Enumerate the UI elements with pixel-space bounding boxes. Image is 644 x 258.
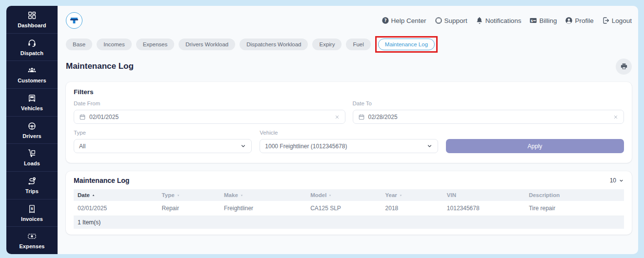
tab-expiry[interactable]: Expiry bbox=[312, 39, 342, 50]
tab-incomes[interactable]: Incomes bbox=[97, 39, 131, 50]
sidebar-item-label: Customers bbox=[18, 78, 46, 83]
type-label: Type bbox=[74, 130, 252, 136]
loads-icon bbox=[27, 149, 37, 158]
title-row: Maintenance Log bbox=[66, 58, 632, 75]
date-to-field-group: Date To 02/28/2025 bbox=[353, 100, 624, 124]
table-row[interactable]: 02/01/2025RepairFreightlinerCA125 SLP201… bbox=[74, 201, 624, 216]
table-footer-row: 1 Item(s) bbox=[74, 216, 624, 229]
header-link-label: Profile bbox=[575, 17, 593, 24]
help-circle-icon: ? bbox=[382, 17, 389, 24]
app-window: DashboardDispatchCustomersVehiclesDriver… bbox=[6, 6, 638, 254]
header-link-billing[interactable]: $Billing bbox=[529, 17, 557, 24]
table-wrap: DateTypeMakeModelYearVINDescription 02/0… bbox=[74, 189, 624, 229]
sidebar-item-expenses[interactable]: Expenses bbox=[6, 226, 58, 254]
vehicle-label: Vehicle bbox=[260, 130, 438, 136]
filters-title: Filters bbox=[74, 88, 624, 96]
sidebar-item-dashboard[interactable]: Dashboard bbox=[6, 6, 58, 33]
truck-t-logo-icon bbox=[68, 15, 80, 26]
header-link-label: Logout bbox=[612, 17, 632, 24]
column-header-date[interactable]: Date bbox=[74, 189, 158, 201]
sidebar-item-vehicles[interactable]: Vehicles bbox=[6, 88, 58, 116]
date-from-field-group: Date From 02/01/2025 bbox=[74, 100, 345, 124]
header-links: ?Help CenterSupportNotifications$Billing… bbox=[382, 17, 632, 24]
svg-text:$: $ bbox=[31, 206, 33, 210]
dashboard-icon bbox=[27, 11, 37, 20]
sidebar-item-label: Dashboard bbox=[18, 22, 46, 28]
date-to-input[interactable]: 02/28/2025 bbox=[353, 110, 624, 124]
tab-fuel[interactable]: Fuel bbox=[346, 39, 370, 50]
print-button[interactable] bbox=[616, 59, 632, 75]
sidebar-item-label: Dispatch bbox=[20, 50, 43, 56]
header-link-profile[interactable]: Profile bbox=[565, 17, 593, 24]
header-link-notifications[interactable]: Notifications bbox=[476, 17, 522, 24]
sidebar-item-label: Trips bbox=[25, 188, 39, 194]
support-icon bbox=[435, 17, 443, 24]
table-cell: CA125 SLP bbox=[306, 201, 381, 216]
header-link-logout[interactable]: Logout bbox=[602, 17, 632, 24]
column-header-year[interactable]: Year bbox=[382, 189, 443, 201]
item-count: 1 Item(s) bbox=[74, 216, 624, 229]
date-from-input[interactable]: 02/01/2025 bbox=[74, 110, 345, 124]
column-header-description[interactable]: Description bbox=[525, 189, 624, 201]
tab-maintenance-log[interactable]: Maintenance Log bbox=[378, 39, 435, 50]
sidebar: DashboardDispatchCustomersVehiclesDriver… bbox=[6, 6, 58, 254]
sidebar-item-label: Invoices bbox=[21, 216, 43, 222]
sidebar-item-loads[interactable]: Loads bbox=[6, 143, 58, 171]
chevron-down-icon bbox=[240, 143, 246, 149]
header-link-support[interactable]: Support bbox=[435, 17, 467, 24]
date-to-label: Date To bbox=[353, 100, 624, 106]
tabs-row: BaseIncomesExpensesDrivers WorkloadDispa… bbox=[66, 35, 632, 54]
tab-drivers-workload[interactable]: Drivers Workload bbox=[179, 39, 235, 50]
tab-dispatchers-workload[interactable]: Dispatchers Workload bbox=[240, 39, 308, 50]
sidebar-item-drivers[interactable]: Drivers bbox=[6, 116, 58, 144]
filters-card: Filters Date From 02/01/2025 bbox=[66, 82, 632, 163]
sidebar-item-invoices[interactable]: $Invoices bbox=[6, 199, 58, 227]
filters-date-row: Date From 02/01/2025 bbox=[74, 100, 624, 124]
date-to-value: 02/28/2025 bbox=[368, 114, 610, 120]
vehicle-field-group: Vehicle 1000 Freightliner (1012345678) bbox=[260, 130, 438, 153]
apply-button[interactable]: Apply bbox=[446, 139, 624, 153]
table-cell: Tire repair bbox=[525, 201, 624, 216]
tab-base[interactable]: Base bbox=[66, 39, 92, 50]
sort-asc-icon bbox=[91, 193, 96, 198]
sort-desc-icon bbox=[399, 193, 403, 198]
invoices-icon: $ bbox=[27, 204, 37, 214]
chevron-down-icon bbox=[426, 143, 433, 149]
page-title: Maintenance Log bbox=[66, 61, 134, 71]
sidebar-item-label: Expenses bbox=[19, 243, 44, 249]
drivers-icon bbox=[27, 121, 37, 131]
table-header-row: DateTypeMakeModelYearVINDescription bbox=[74, 189, 624, 201]
app-logo[interactable] bbox=[66, 12, 82, 29]
sidebar-item-trips[interactable]: Trips bbox=[6, 171, 58, 199]
customers-icon bbox=[27, 66, 37, 75]
annotation-highlight-box: Maintenance Log bbox=[375, 36, 438, 53]
date-from-value: 02/01/2025 bbox=[89, 114, 331, 120]
clear-date-to-icon[interactable] bbox=[613, 114, 619, 120]
header-link-label: Support bbox=[444, 17, 467, 24]
table-cell: 1012345678 bbox=[443, 201, 525, 216]
date-from-label: Date From bbox=[74, 100, 345, 106]
tab-expenses[interactable]: Expenses bbox=[136, 39, 175, 50]
vehicle-select[interactable]: 1000 Freightliner (1012345678) bbox=[260, 139, 438, 153]
clear-date-from-icon[interactable] bbox=[334, 114, 340, 120]
header-link-label: Notifications bbox=[485, 17, 522, 24]
column-header-model[interactable]: Model bbox=[306, 189, 381, 201]
column-header-vin[interactable]: VIN bbox=[443, 189, 525, 201]
screenshot-frame: DashboardDispatchCustomersVehiclesDriver… bbox=[0, 0, 644, 258]
page-size-value: 10 bbox=[610, 177, 616, 184]
svg-text:$: $ bbox=[531, 19, 533, 23]
type-select[interactable]: All bbox=[74, 139, 252, 153]
sidebar-item-label: Drivers bbox=[22, 133, 41, 139]
sidebar-item-dispatch[interactable]: Dispatch bbox=[6, 33, 58, 61]
main-area: ?Help CenterSupportNotifications$Billing… bbox=[58, 6, 638, 254]
column-header-make[interactable]: Make bbox=[220, 189, 306, 201]
profile-icon bbox=[565, 17, 573, 24]
column-header-type[interactable]: Type bbox=[158, 189, 220, 201]
type-field-group: Type All bbox=[74, 130, 252, 153]
header-link-help-center[interactable]: ?Help Center bbox=[382, 17, 426, 24]
page-size-select[interactable]: 10 bbox=[610, 177, 624, 184]
trips-icon bbox=[27, 177, 37, 186]
table-cell: Freightliner bbox=[220, 201, 306, 216]
sidebar-item-customers[interactable]: Customers bbox=[6, 60, 58, 88]
table-body: 02/01/2025RepairFreightlinerCA125 SLP201… bbox=[74, 201, 624, 216]
